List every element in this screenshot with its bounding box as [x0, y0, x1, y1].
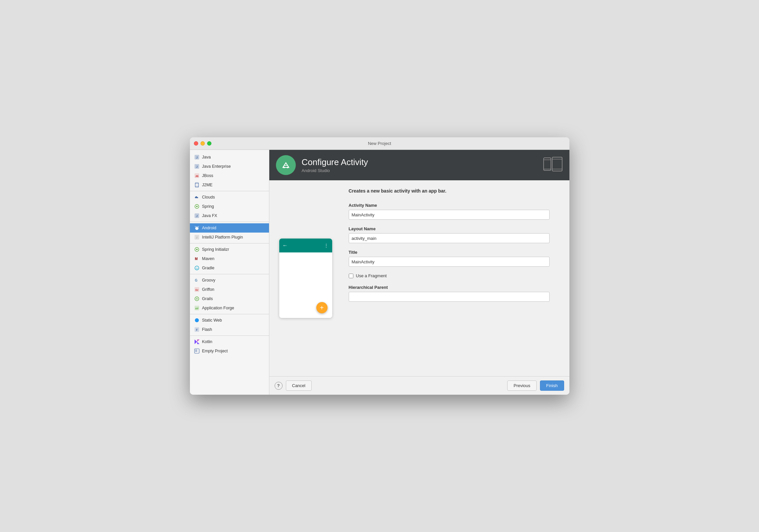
spring-init-icon [194, 246, 200, 252]
clouds-icon [194, 194, 200, 200]
maximize-button[interactable] [207, 141, 211, 146]
svg-line-16 [198, 226, 199, 227]
sidebar-item-maven[interactable]: MMaven [190, 254, 269, 263]
empty-project-icon [194, 348, 200, 354]
sidebar-item-spring[interactable]: Spring [190, 202, 269, 211]
sidebar-item-java-enterprise[interactable]: JJava Enterprise [190, 162, 269, 171]
svg-point-39 [283, 167, 285, 168]
sidebar-label-griffon: Griffon [202, 287, 214, 292]
sidebar-item-groovy[interactable]: GGroovy [190, 276, 269, 285]
sidebar-item-android[interactable]: Android [190, 223, 269, 233]
hierarchical-parent-input[interactable] [349, 292, 550, 302]
sidebar-item-gradle[interactable]: GGradle [190, 263, 269, 273]
svg-point-27 [196, 298, 198, 300]
activity-name-input[interactable] [349, 210, 550, 220]
sidebar-item-clouds[interactable]: Clouds [190, 193, 269, 202]
svg-text:J: J [196, 214, 198, 218]
app-forge-icon: AF [194, 305, 200, 311]
phone-topbar: ← ⋮ [279, 239, 332, 252]
cancel-button[interactable]: Cancel [286, 380, 312, 391]
header-subtitle: Android Studio [302, 168, 563, 173]
sidebar-label-maven: Maven [202, 256, 215, 261]
sidebar-item-flash[interactable]: FFlash [190, 325, 269, 334]
sidebar-item-empty-project[interactable]: Empty Project [190, 346, 269, 356]
flash-icon: F [194, 327, 200, 332]
sidebar-label-java-fx: Java FX [202, 213, 217, 218]
minimize-button[interactable] [201, 141, 205, 146]
sidebar-label-java: Java [202, 155, 211, 159]
header: Configure Activity Android Studio [269, 150, 569, 180]
sidebar-item-application-forge[interactable]: AFApplication Forge [190, 303, 269, 313]
spring-icon [194, 203, 200, 209]
sidebar-label-spring: Spring [202, 204, 214, 209]
device-icon [543, 156, 563, 172]
use-fragment-checkbox[interactable] [349, 274, 353, 278]
title-input[interactable] [349, 257, 550, 267]
sidebar-label-flash: Flash [202, 327, 212, 332]
sidebar-item-grails[interactable]: Grails [190, 294, 269, 303]
help-button[interactable]: ? [275, 382, 283, 390]
title-row: Title [349, 250, 550, 267]
grails-icon [194, 296, 200, 302]
hierarchical-parent-row: Hierarchical Parent [349, 285, 550, 302]
sidebar-item-static-web[interactable]: Static Web [190, 316, 269, 325]
svg-point-14 [197, 227, 198, 228]
previous-button[interactable]: Previous [507, 380, 537, 391]
finish-button[interactable]: Finish [540, 380, 564, 391]
java-icon: J [194, 154, 200, 160]
main-window: New Project JJavaJJava EnterpriseJBJBoss… [190, 137, 569, 395]
sidebar-label-android: Android [202, 226, 216, 230]
svg-point-13 [196, 227, 196, 228]
sidebar-item-kotlin[interactable]: Kotlin [190, 337, 269, 346]
sidebar-divider [190, 243, 269, 244]
android-studio-logo [276, 155, 296, 175]
phone-preview-area: ← ⋮ + [269, 180, 342, 376]
phone-menu-icon: ⋮ [324, 243, 329, 248]
sidebar-item-intellij-platform[interactable]: IIntelliJ Platform Plugin [190, 233, 269, 242]
layout-name-row: Layout Name [349, 226, 550, 243]
sidebar-item-j2me[interactable]: J2ME [190, 180, 269, 190]
sidebar-item-griffon[interactable]: GrGriffon [190, 285, 269, 294]
java-enterprise-icon: J [194, 163, 200, 169]
description-text: Creates a new basic activity with an app… [349, 188, 550, 194]
activity-name-row: Activity Name [349, 203, 550, 220]
svg-point-30 [195, 318, 199, 322]
svg-text:G: G [195, 279, 198, 282]
header-text: Configure Activity Android Studio [302, 157, 563, 173]
svg-text:Gr: Gr [195, 288, 198, 291]
svg-point-12 [195, 227, 199, 230]
svg-text:J: J [196, 156, 198, 159]
svg-text:JB: JB [195, 175, 198, 178]
sidebar-item-spring-initializr[interactable]: Spring Initializr [190, 245, 269, 254]
sidebar-label-intellij-platform: IntelliJ Platform Plugin [202, 235, 243, 240]
java-fx-icon: J [194, 213, 200, 219]
sidebar-divider [190, 222, 269, 222]
j2me-icon [194, 182, 200, 188]
sidebar: JJavaJJava EnterpriseJBJBossJ2MECloudsSp… [190, 150, 269, 395]
footer-left: ? Cancel [275, 380, 312, 391]
use-fragment-label[interactable]: Use a Fragment [356, 273, 387, 278]
use-fragment-row: Use a Fragment [349, 273, 550, 278]
sidebar-item-java[interactable]: JJava [190, 153, 269, 162]
right-form: Creates a new basic activity with an app… [342, 180, 569, 376]
main-content: Configure Activity Android Studio [269, 150, 569, 395]
phone-mockup: ← ⋮ + [279, 239, 332, 318]
svg-rect-6 [195, 183, 199, 187]
activity-name-label: Activity Name [349, 203, 550, 208]
sidebar-label-groovy: Groovy [202, 278, 215, 283]
svg-text:M: M [195, 257, 198, 261]
kotlin-icon [194, 339, 200, 345]
phone-fab: + [316, 302, 328, 313]
header-title: Configure Activity [302, 157, 563, 167]
sidebar-item-java-fx[interactable]: JJava FX [190, 211, 269, 220]
sidebar-label-grails: Grails [202, 296, 213, 301]
svg-line-15 [195, 226, 196, 227]
content-body: ← ⋮ + Creates a new basic activity with … [269, 180, 569, 376]
groovy-icon: G [194, 277, 200, 283]
sidebar-label-spring-initializr: Spring Initializr [202, 247, 229, 252]
svg-text:F: F [196, 328, 198, 332]
layout-name-input[interactable] [349, 233, 550, 243]
close-button[interactable] [194, 141, 198, 146]
sidebar-item-jboss[interactable]: JBJBoss [190, 171, 269, 180]
device-icon-container [543, 156, 563, 174]
